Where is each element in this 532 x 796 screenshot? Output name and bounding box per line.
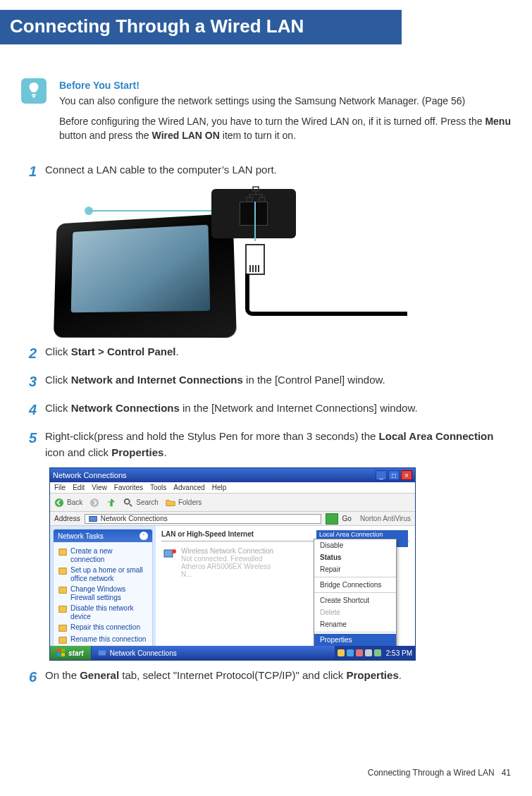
- step-number: 5: [21, 427, 37, 460]
- svg-rect-10: [59, 587, 67, 594]
- menu-edit[interactable]: Edit: [73, 484, 85, 491]
- network-task-item[interactable]: Disable this network device: [58, 604, 148, 621]
- menubar: File Edit View Favorites Tools Advanced …: [50, 482, 415, 494]
- menu-file[interactable]: File: [54, 484, 66, 491]
- minimize-button[interactable]: _: [376, 470, 387, 480]
- collapse-icon[interactable]: ˄: [140, 532, 148, 540]
- step-4: 4 Click Network Connections in the [Netw…: [21, 399, 511, 420]
- up-button[interactable]: [106, 498, 116, 508]
- tip-text-1: You can also configure the network setti…: [59, 94, 511, 108]
- svg-rect-17: [164, 550, 173, 557]
- maximize-button[interactable]: □: [388, 470, 400, 480]
- lan-cable: [245, 274, 407, 316]
- svg-point-4: [90, 498, 99, 507]
- svg-line-6: [130, 503, 132, 506]
- system-tray[interactable]: 2:53 PM: [335, 646, 415, 660]
- ctx-properties[interactable]: Properties: [314, 634, 396, 646]
- start-button[interactable]: start: [50, 646, 92, 660]
- step-3: 3 Click Network and Internet Connections…: [21, 371, 511, 392]
- step-text: Click Network Connections in the [Networ…: [45, 399, 511, 420]
- network-task-item[interactable]: Change Windows Firewall settings: [58, 585, 148, 602]
- svg-rect-1: [247, 197, 252, 202]
- step-text: Connect a LAN cable to the computer’s LA…: [45, 161, 511, 182]
- ctx-disable[interactable]: Disable: [314, 539, 396, 551]
- step-1: 1 Connect a LAN cable to the computer’s …: [21, 161, 511, 182]
- figure-device-lan: [49, 189, 416, 337]
- step-5: 5 Right-click(press and hold the Stylus …: [21, 427, 511, 460]
- address-label: Address: [54, 515, 80, 522]
- menu-view[interactable]: View: [92, 484, 107, 491]
- step-text: Click Network and Internet Connections i…: [45, 371, 511, 392]
- network-task-item[interactable]: Rename this connection: [58, 635, 148, 645]
- svg-rect-0: [253, 187, 259, 191]
- close-button[interactable]: ×: [401, 470, 412, 480]
- svg-rect-7: [89, 516, 97, 521]
- svg-rect-2: [259, 197, 265, 202]
- wireless-connection-item[interactable]: Wireless Network Connection Not connecte…: [161, 546, 281, 580]
- svg-point-5: [125, 498, 130, 503]
- address-input[interactable]: Network Connections: [85, 514, 321, 524]
- lightbulb-icon: [21, 78, 47, 104]
- ctx-status[interactable]: Status: [314, 551, 396, 563]
- svg-rect-21: [57, 653, 61, 656]
- menu-favorites[interactable]: Favorites: [114, 484, 143, 491]
- step-text: Right-click(press and hold the Stylus Pe…: [45, 427, 511, 460]
- step-6: 6 On the General tab, select "Internet P…: [21, 666, 511, 687]
- svg-rect-13: [59, 637, 67, 644]
- network-task-item[interactable]: Set up a home or small office network: [58, 566, 148, 583]
- svg-point-3: [55, 498, 63, 507]
- svg-rect-22: [61, 653, 65, 656]
- ctx-repair[interactable]: Repair: [314, 563, 396, 575]
- taskbar-item[interactable]: Network Connections: [92, 648, 183, 658]
- forward-button[interactable]: [89, 498, 99, 508]
- figure-network-connections-window: Network Connections _ □ × File Edit View…: [49, 467, 416, 661]
- step-2: 2 Click Start > Control Panel.: [21, 343, 511, 364]
- back-button[interactable]: Back: [54, 498, 82, 508]
- ctx-shortcut[interactable]: Create Shortcut: [314, 594, 396, 606]
- clock: 2:53 PM: [386, 649, 412, 657]
- context-menu: Disable Status Repair Bridge Connections…: [314, 539, 397, 647]
- network-icon: [245, 186, 266, 203]
- tip-block: Before You Start! You can also configure…: [21, 78, 511, 148]
- folders-button[interactable]: Folders: [166, 498, 202, 508]
- svg-rect-20: [61, 649, 65, 652]
- svg-rect-12: [59, 625, 67, 632]
- network-tasks-panel: Network Tasks ˄ Create a new connectionS…: [53, 529, 153, 647]
- menu-advanced[interactable]: Advanced: [173, 484, 204, 491]
- page-footer: Connecting Through a Wired LAN41: [368, 768, 511, 778]
- menu-help[interactable]: Help: [212, 484, 227, 491]
- tip-heading: Before You Start!: [59, 78, 511, 92]
- menu-tools[interactable]: Tools: [150, 484, 166, 491]
- svg-rect-9: [59, 568, 67, 575]
- ctx-rename[interactable]: Rename: [314, 618, 396, 630]
- svg-rect-23: [98, 651, 106, 656]
- network-tasks-heading: Network Tasks: [58, 532, 104, 540]
- norton-label: Norton AntiVirus: [360, 515, 411, 522]
- svg-point-18: [172, 549, 176, 553]
- rj45-plug-icon: [245, 244, 265, 275]
- step-text: On the General tab, select "Internet Pro…: [45, 666, 511, 687]
- toolbar: Back Search Folders: [50, 494, 415, 512]
- step-number: 1: [21, 161, 37, 182]
- network-task-item[interactable]: Create a new connection: [58, 547, 148, 564]
- tip-text-2: Before configuring the Wired LAN, you ha…: [59, 114, 511, 143]
- ctx-bridge[interactable]: Bridge Connections: [314, 579, 396, 591]
- network-task-item[interactable]: Repair this connection: [58, 623, 148, 633]
- svg-rect-8: [59, 549, 67, 556]
- device-photo: [54, 214, 237, 338]
- ctx-delete: Delete: [314, 606, 396, 618]
- step-text: Click Start > Control Panel.: [45, 343, 511, 364]
- page-title: Connecting Through a Wired LAN: [0, 10, 402, 44]
- search-button[interactable]: Search: [123, 498, 159, 508]
- step-number: 4: [21, 399, 37, 420]
- svg-rect-19: [57, 649, 61, 652]
- svg-rect-11: [59, 606, 67, 613]
- window-title: Network Connections: [53, 471, 127, 479]
- step-number: 6: [21, 666, 37, 687]
- go-button[interactable]: [326, 513, 338, 525]
- go-label: Go: [342, 515, 352, 522]
- step-number: 2: [21, 343, 37, 364]
- step-number: 3: [21, 371, 37, 392]
